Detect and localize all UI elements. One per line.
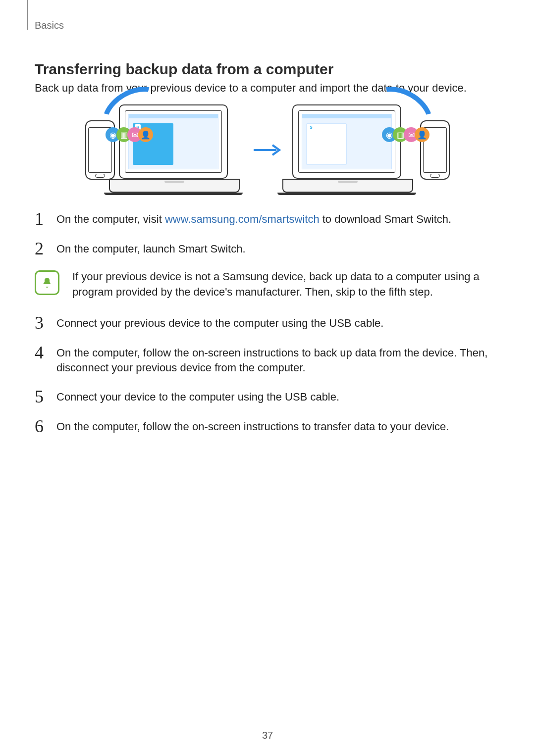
step-text: On the computer, visit www.samsung.com/s… — [56, 210, 451, 227]
step-text: On the computer, follow the on-screen in… — [56, 417, 449, 435]
step-number: 5 — [35, 388, 47, 405]
note-block: If your previous device is not a Samsung… — [35, 269, 500, 300]
restore-group: ◉ ▥ ✉ 👤 — [292, 104, 450, 195]
step-3: 3 Connect your previous device to the co… — [35, 314, 500, 332]
step-number: 3 — [35, 314, 47, 332]
data-icons-cluster: ◉ ▥ ✉ 👤 — [107, 129, 151, 140]
manual-page: Basics Transferring backup data from a c… — [0, 0, 535, 756]
note-bell-icon — [35, 270, 59, 295]
step-text: On the computer, follow the on-screen in… — [56, 344, 500, 376]
step-text: Connect your previous device to the comp… — [56, 314, 383, 331]
step-4: 4 On the computer, follow the on-screen … — [35, 344, 500, 376]
laptop-restore-icon — [292, 104, 416, 195]
backup-group: ◉ ▥ ✉ 👤 — [85, 104, 243, 195]
step-number: 6 — [35, 417, 47, 435]
step-2: 2 On the computer, launch Smart Switch. — [35, 240, 500, 257]
contact-icon: 👤 — [138, 127, 153, 142]
laptop-backup-icon — [119, 104, 243, 195]
step-text-post: to download Smart Switch. — [320, 213, 452, 225]
step-text-pre: On the computer, visit — [56, 213, 165, 225]
step-text: Connect your device to the computer usin… — [56, 388, 339, 405]
steps-list: 1 On the computer, visit www.samsung.com… — [35, 210, 500, 435]
illustration: ◉ ▥ ✉ 👤 ◉ ▥ ✉ 👤 — [35, 104, 500, 195]
smartswitch-link[interactable]: www.samsung.com/smartswitch — [165, 213, 320, 225]
contact-icon: 👤 — [415, 127, 429, 142]
step-number: 4 — [35, 344, 47, 361]
section-heading: Transferring backup data from a computer — [35, 61, 500, 78]
step-6: 6 On the computer, follow the on-screen … — [35, 417, 500, 435]
intro-text: Back up data from your previous device t… — [35, 82, 500, 95]
breadcrumb: Basics — [35, 20, 500, 31]
step-text: On the computer, launch Smart Switch. — [56, 240, 246, 257]
step-number: 1 — [35, 210, 47, 228]
step-1: 1 On the computer, visit www.samsung.com… — [35, 210, 500, 228]
page-number: 37 — [0, 730, 535, 741]
note-text: If your previous device is not a Samsung… — [72, 269, 500, 300]
data-icons-cluster: ◉ ▥ ✉ 👤 — [384, 129, 428, 140]
arrow-right-icon — [253, 143, 282, 157]
margin-rule — [27, 0, 28, 30]
step-5: 5 Connect your device to the computer us… — [35, 388, 500, 405]
step-number: 2 — [35, 240, 47, 257]
